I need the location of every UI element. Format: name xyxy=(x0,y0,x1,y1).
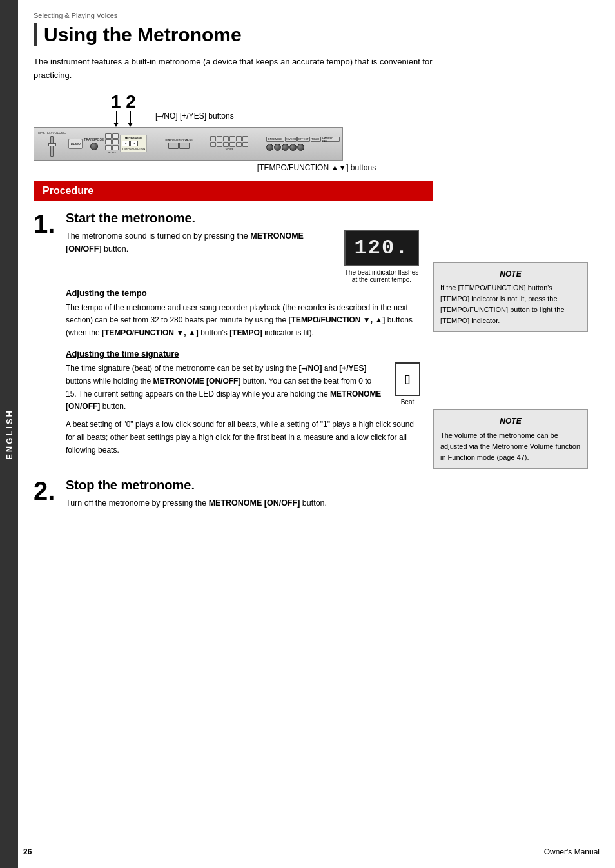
tempo-function-label: [TEMPO/FUNCTION ▲▼] buttons xyxy=(34,163,600,172)
note-2-title: NOTE xyxy=(440,415,581,428)
lcd-display-tempo: 120. xyxy=(344,230,420,266)
note-2-text: The volume of the metronome can be adjus… xyxy=(440,430,581,463)
subsection-tempo-text: The tempo of the metronome and user song… xyxy=(66,302,420,340)
step-1: 1. Start the metronome. 120. The beat in… xyxy=(34,211,420,466)
right-col: NOTE If the [TEMPO/FUNCTION] button's [T… xyxy=(433,211,588,528)
intro-text: The instrument features a built-in metro… xyxy=(34,55,433,83)
sidebar-label: ENGLISH xyxy=(5,409,14,460)
beat-display: ▯ xyxy=(395,362,420,396)
note-1-text: If the [TEMPO/FUNCTION] button's [TEMPO]… xyxy=(440,282,581,326)
sidebar-english: ENGLISH xyxy=(0,0,18,868)
beat-caption: Beat xyxy=(395,399,420,406)
procedure-header: Procedure xyxy=(34,181,433,201)
breadcrumb: Selecting & Playing Voices xyxy=(34,12,600,19)
diagram-number-label: 1 2 xyxy=(111,93,136,127)
subsection-time-sig-text: The time signature (beat) of the metrono… xyxy=(66,362,420,413)
note-box-1: NOTE If the [TEMPO/FUNCTION] button's [T… xyxy=(433,262,588,333)
step-1-number: 1. xyxy=(34,211,59,237)
subsection-tempo-title: Adjusting the tempo xyxy=(66,288,420,298)
step-1-title: Start the metronome. xyxy=(66,211,420,226)
subsection-time-sig-title: Adjusting the time signature xyxy=(66,349,420,359)
diagram-numbers: 1 2 xyxy=(111,93,136,111)
page-number: 26 xyxy=(23,847,32,856)
subsection-tempo: Adjusting the tempo The tempo of the met… xyxy=(66,288,420,340)
step-2-title: Stop the metronome. xyxy=(66,478,420,493)
step-2-number: 2. xyxy=(34,478,59,504)
subsection-time-sig: Adjusting the time signature ▯ Beat The … xyxy=(66,349,420,457)
note-1-title: NOTE xyxy=(440,268,581,281)
keyboard-panel: MASTER VOLUME DEMO TRANSPOSE xyxy=(34,127,343,161)
subsection-time-sig-extra: A beat setting of "0" plays a low click … xyxy=(66,419,420,457)
note-box-2: NOTE The volume of the metronome can be … xyxy=(433,409,588,469)
button-label: [–/NO] [+/YES] buttons xyxy=(155,112,234,127)
page-title: Using the Metronome xyxy=(34,23,600,46)
step-2-desc: Turn off the metronome by pressing the M… xyxy=(66,497,420,509)
manual-label: Owner's Manual xyxy=(544,847,600,856)
step-2: 2. Stop the metronome. Turn off the metr… xyxy=(34,478,420,516)
lcd-caption: The beat indicator flashes at the curren… xyxy=(343,269,420,283)
